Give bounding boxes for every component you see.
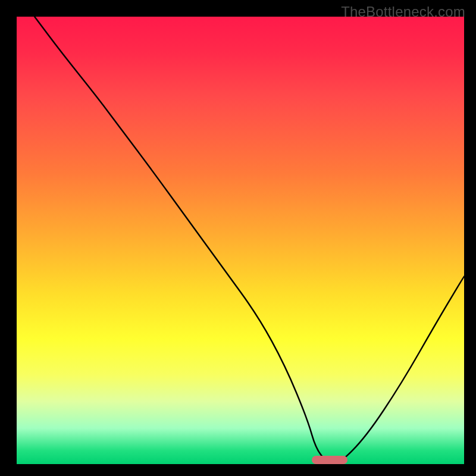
optimal-range-marker	[312, 456, 347, 464]
bottleneck-curve-path	[35, 17, 464, 464]
plot-area	[17, 17, 464, 464]
curve-layer	[17, 17, 464, 464]
bottleneck-chart: TheBottleneck.com	[0, 0, 476, 476]
